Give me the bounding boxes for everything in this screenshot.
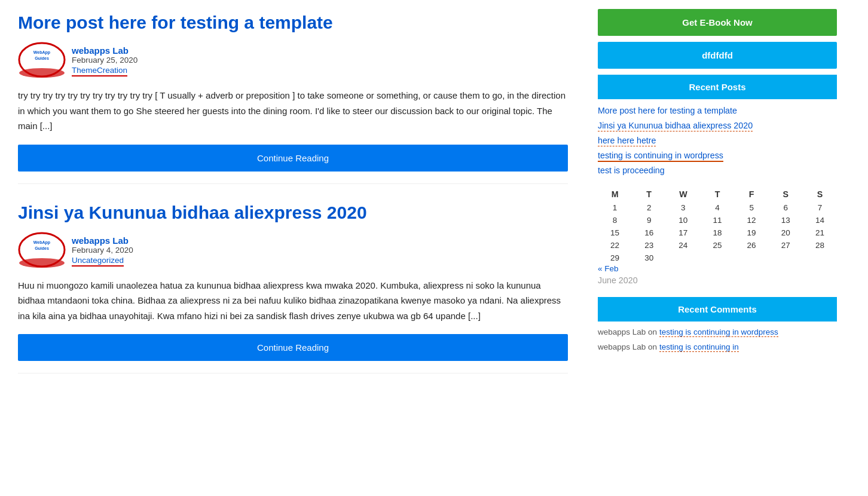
site-logo: WebApp Guides: [18, 41, 66, 79]
continue-reading-button[interactable]: Continue Reading: [18, 145, 568, 172]
list-item: webapps Lab on testing is continuing in …: [598, 327, 837, 336]
list-item: test is proceeding: [598, 165, 837, 175]
recent-post-link[interactable]: Jinsi ya Kununua bidhaa aliexpress 2020: [598, 121, 753, 131]
svg-text:Guides: Guides: [35, 56, 49, 60]
commenter-name: webapps Lab: [598, 342, 646, 351]
site-logo: WebApp Guides: [18, 231, 66, 270]
cal-header-s: S: [769, 187, 803, 201]
calendar-nav: « Feb: [598, 264, 837, 273]
list-item: More post here for testing a template: [598, 105, 837, 115]
post-author-info: webapps Lab February 4, 2020 Uncategoriz…: [72, 235, 133, 265]
cal-day[interactable]: 16: [632, 226, 666, 239]
cal-day[interactable]: 8: [598, 214, 632, 226]
comment-on-text: on: [648, 342, 659, 351]
recent-post-link[interactable]: testing is continuing in wordpress: [598, 151, 723, 162]
comment-link[interactable]: testing is continuing in wordpress: [659, 327, 778, 337]
list-item: Jinsi ya Kununua bidhaa aliexpress 2020: [598, 120, 837, 130]
recent-post-link[interactable]: More post here for testing a template: [598, 106, 737, 115]
post-excerpt: try try try try try try try try try try …: [18, 88, 568, 134]
cal-day[interactable]: 13: [769, 214, 803, 226]
prev-month-link[interactable]: « Feb: [598, 264, 619, 273]
post-author-info: webapps Lab February 25, 2020 ThemeCreat…: [72, 45, 137, 75]
author-name: webapps Lab: [72, 45, 137, 56]
recent-post-link[interactable]: here here hetre: [598, 136, 656, 146]
cal-day[interactable]: 23: [632, 239, 666, 252]
cal-day[interactable]: 19: [735, 226, 769, 239]
cal-day[interactable]: 2: [632, 201, 666, 214]
cal-header-m: M: [598, 187, 632, 201]
cal-day[interactable]: 3: [666, 201, 700, 214]
post-category: Uncategorized: [72, 255, 133, 265]
calendar-widget: M T W T F S S 12345678910111213141516171…: [598, 187, 837, 285]
cal-day[interactable]: 6: [769, 201, 803, 214]
recent-posts-title: Recent Posts: [598, 75, 837, 99]
cal-day[interactable]: 26: [735, 239, 769, 252]
author-name: webapps Lab: [72, 235, 133, 246]
post-title-link[interactable]: More post here for testing a template: [18, 13, 333, 32]
commenter-name: webapps Lab: [598, 327, 646, 336]
cal-day[interactable]: 25: [700, 239, 734, 252]
post-excerpt: Huu ni muongozo kamili unaolezea hatua z…: [18, 278, 568, 324]
svg-text:WebApp: WebApp: [33, 240, 50, 245]
cal-day[interactable]: 22: [598, 239, 632, 252]
cal-day[interactable]: 20: [769, 226, 803, 239]
comment-link[interactable]: testing is continuing in: [659, 342, 739, 352]
cal-day: [769, 252, 803, 264]
cal-day: [700, 252, 734, 264]
cal-day: [803, 252, 837, 264]
svg-point-7: [19, 258, 65, 268]
cal-day[interactable]: 24: [666, 239, 700, 252]
category-link[interactable]: ThemeCreation: [72, 66, 127, 76]
cal-day[interactable]: 9: [632, 214, 666, 226]
category-link[interactable]: Uncategorized: [72, 256, 124, 267]
post-item: More post here for testing a template We…: [18, 12, 568, 184]
cal-day[interactable]: 4: [700, 201, 734, 214]
page-layout: More post here for testing a template We…: [0, 0, 868, 403]
cal-day[interactable]: 17: [666, 226, 700, 239]
calendar-month-label: June 2020: [598, 275, 837, 285]
cal-day[interactable]: 30: [632, 252, 666, 264]
cal-header-t: T: [632, 187, 666, 201]
list-item: here here hetre: [598, 135, 837, 145]
sidebar: Get E-Book Now dfdfdfd Recent Posts More…: [586, 0, 849, 403]
cal-day[interactable]: 7: [803, 201, 837, 214]
recent-post-link[interactable]: test is proceeding: [598, 166, 665, 175]
svg-point-3: [19, 68, 65, 78]
cal-day[interactable]: 14: [803, 214, 837, 226]
cal-day: [666, 252, 700, 264]
cal-day[interactable]: 18: [700, 226, 734, 239]
main-content: More post here for testing a template We…: [0, 0, 586, 403]
cal-day[interactable]: 11: [700, 214, 734, 226]
post-meta: WebApp Guides webapps Lab February 4, 20…: [18, 231, 568, 270]
continue-reading-button-2[interactable]: Continue Reading: [18, 334, 568, 361]
cal-day[interactable]: 12: [735, 214, 769, 226]
cal-day[interactable]: 10: [666, 214, 700, 226]
recent-comments-title: Recent Comments: [598, 297, 837, 322]
list-item: testing is continuing in wordpress: [598, 150, 837, 160]
cal-header-t2: T: [700, 187, 734, 201]
post-title-link[interactable]: Jinsi ya Kununua bidhaa aliexpress 2020: [18, 203, 367, 222]
cal-day[interactable]: 15: [598, 226, 632, 239]
cal-header-f: F: [735, 187, 769, 201]
ebook-button[interactable]: Get E-Book Now: [598, 9, 837, 36]
svg-text:WebApp: WebApp: [33, 50, 50, 55]
post-title: More post here for testing a template: [18, 12, 568, 33]
cal-day: [735, 252, 769, 264]
cal-day[interactable]: 1: [598, 201, 632, 214]
cal-day[interactable]: 5: [735, 201, 769, 214]
post-date: February 4, 2020: [72, 246, 133, 255]
svg-text:Guides: Guides: [35, 246, 49, 250]
cal-day[interactable]: 27: [769, 239, 803, 252]
cal-day[interactable]: 21: [803, 226, 837, 239]
cal-header-s2: S: [803, 187, 837, 201]
cal-day[interactable]: 28: [803, 239, 837, 252]
post-item: Jinsi ya Kununua bidhaa aliexpress 2020 …: [18, 202, 568, 374]
list-item: webapps Lab on testing is continuing in: [598, 342, 837, 351]
dfdfd-button[interactable]: dfdfdfd: [598, 42, 837, 69]
recent-posts-list: More post here for testing a template Ji…: [598, 105, 837, 175]
cal-header-w: W: [666, 187, 700, 201]
post-date: February 25, 2020: [72, 56, 137, 65]
post-meta: WebApp Guides webapps Lab February 25, 2…: [18, 41, 568, 79]
post-title: Jinsi ya Kununua bidhaa aliexpress 2020: [18, 202, 568, 223]
cal-day[interactable]: 29: [598, 252, 632, 264]
